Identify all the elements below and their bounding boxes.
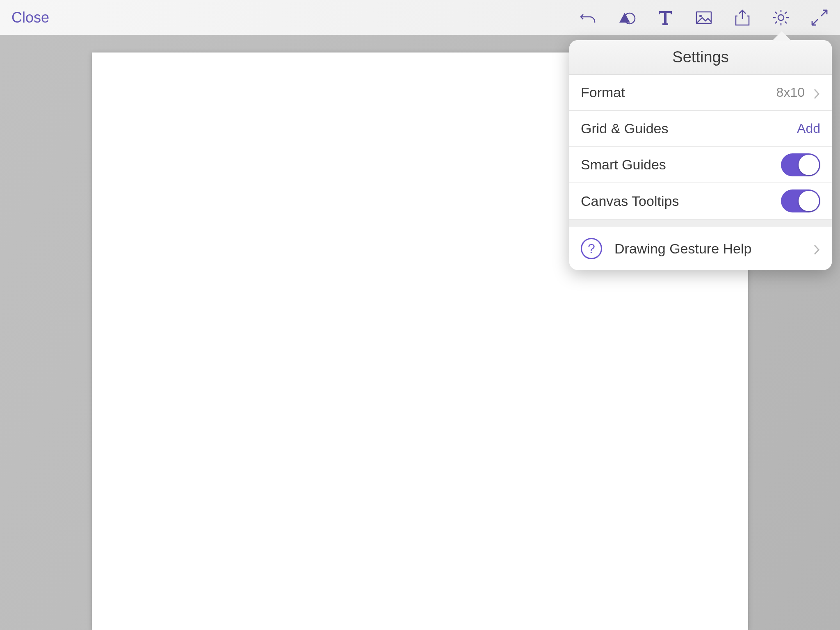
chevron-right-icon	[813, 87, 820, 98]
share-icon[interactable]	[733, 9, 751, 27]
toolbar-icons	[579, 9, 829, 27]
help-icon: ?	[581, 238, 602, 259]
settings-row-canvas-tooltips: Canvas Tooltips	[569, 183, 832, 219]
canvas-tooltips-toggle[interactable]	[781, 189, 820, 212]
popover-separator	[569, 219, 832, 227]
format-label: Format	[581, 84, 776, 100]
settings-rows: Format 8x10 Grid & Guides Add Smart Guid…	[569, 75, 832, 219]
settings-popover-title: Settings	[569, 40, 832, 75]
smart-guides-label: Smart Guides	[581, 157, 781, 173]
close-button[interactable]: Close	[11, 9, 49, 26]
format-value: 8x10	[776, 85, 805, 100]
settings-row-gesture-help[interactable]: ? Drawing Gesture Help	[569, 227, 832, 270]
fullscreen-icon[interactable]	[810, 9, 829, 27]
settings-popover: Settings Format 8x10 Grid & Guides Add S…	[569, 40, 832, 270]
gear-icon[interactable]	[772, 9, 790, 27]
canvas-tooltips-label: Canvas Tooltips	[581, 193, 781, 209]
undo-icon[interactable]	[579, 9, 597, 27]
grid-guides-add-button[interactable]: Add	[797, 121, 820, 136]
chevron-right-icon	[813, 243, 820, 254]
svg-point-3	[778, 15, 784, 21]
toggle-knob	[799, 155, 819, 175]
svg-point-2	[699, 15, 702, 17]
image-icon[interactable]	[695, 9, 713, 27]
shape-icon[interactable]	[618, 9, 636, 27]
smart-guides-toggle[interactable]	[781, 153, 820, 176]
settings-row-format[interactable]: Format 8x10	[569, 75, 832, 111]
settings-row-smart-guides: Smart Guides	[569, 147, 832, 183]
toggle-knob	[799, 191, 819, 211]
grid-guides-label: Grid & Guides	[581, 121, 797, 137]
gesture-help-label: Drawing Gesture Help	[614, 241, 809, 257]
settings-row-grid-guides[interactable]: Grid & Guides Add	[569, 111, 832, 147]
top-toolbar: Close	[0, 0, 840, 35]
text-icon[interactable]	[656, 9, 674, 27]
